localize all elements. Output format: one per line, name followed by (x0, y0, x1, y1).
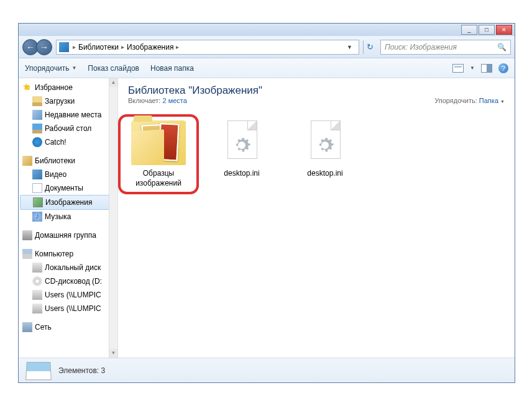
includes-link[interactable]: 2 места (162, 97, 186, 104)
slideshow-button[interactable]: Показ слайдов (88, 64, 139, 73)
video-icon (32, 169, 42, 179)
sidebar-item-desktop[interactable]: Рабочий стол (19, 122, 117, 135)
help-button[interactable]: ? (498, 63, 508, 73)
forward-button[interactable]: → (36, 39, 52, 55)
search-placeholder: Поиск: Изображения (385, 43, 457, 52)
status-bar: Элементов: 3 (19, 358, 515, 382)
library-icon (59, 42, 69, 52)
arrange-label: Упорядочить: (434, 97, 477, 104)
page-title: Библиотека "Изображения" (128, 84, 262, 97)
item-label: desktop.ini (224, 169, 259, 179)
catch-icon (32, 137, 42, 147)
organize-menu[interactable]: Упорядочить▼ (25, 64, 76, 73)
desktop-icon (32, 124, 42, 133)
toolbar: Упорядочить▼ Показ слайдов Новая папка ▼… (19, 58, 515, 78)
document-icon (32, 183, 42, 193)
breadcrumb-sep[interactable]: ▸ (70, 43, 78, 50)
includes-label: Включает: (128, 97, 160, 104)
navbar: ← → ▸ Библиотеки ▸ Изображения ▸ ▼ ↻ Пои… (19, 36, 515, 58)
folder-icon (131, 120, 186, 165)
computer-icon (22, 249, 32, 259)
maximize-button[interactable]: □ (479, 25, 495, 35)
sidebar-item-music[interactable]: Музыка (19, 210, 117, 223)
item-label: Образцы изображений (124, 169, 193, 188)
sidebar-item-netdrive2[interactable]: Users (\\LUMPIC (19, 302, 117, 315)
star-icon (22, 83, 32, 92)
arrange-dropdown[interactable]: Папка ▼ (479, 97, 505, 104)
breadcrumb-libraries[interactable]: Библиотеки (78, 43, 119, 52)
explorer-window: _ □ ✕ ← → ▸ Библиотеки ▸ Изображения ▸ ▼… (18, 23, 515, 383)
homegroup-icon (22, 230, 32, 240)
view-dropdown-icon[interactable]: ▼ (470, 65, 475, 71)
search-icon: 🔍 (497, 43, 507, 52)
status-thumb-icon (25, 361, 52, 379)
file-desktop-ini-2[interactable]: desktop.ini (291, 120, 359, 179)
sidebar-computer[interactable]: Компьютер (19, 247, 117, 261)
sidebar-item-documents[interactable]: Документы (19, 181, 117, 195)
disk-icon (32, 263, 42, 273)
sidebar-libraries[interactable]: Библиотеки (19, 154, 117, 168)
file-list-pane: Библиотека "Изображения" Включает: 2 мес… (118, 78, 515, 358)
library-icon (22, 156, 32, 166)
preview-pane-button[interactable] (481, 64, 492, 73)
sidebar-item-downloads[interactable]: Загрузки (19, 94, 117, 108)
file-desktop-ini-1[interactable]: desktop.ini (208, 120, 276, 179)
sidebar-scrollbar[interactable] (109, 78, 117, 358)
address-bar[interactable]: ▸ Библиотеки ▸ Изображения ▸ ▼ (56, 40, 359, 55)
netdrive-icon (32, 290, 42, 300)
breadcrumb-sep[interactable]: ▸ (173, 43, 181, 50)
cd-icon (32, 276, 42, 286)
close-button[interactable]: ✕ (496, 25, 512, 35)
library-header: Библиотека "Изображения" Включает: 2 мес… (118, 78, 515, 108)
breadcrumb-images[interactable]: Изображения (127, 43, 173, 52)
sidebar-item-localdisk[interactable]: Локальный диск (19, 261, 117, 274)
pictures-icon (33, 197, 43, 207)
folder-sample-pictures[interactable]: Образцы изображений (124, 120, 193, 188)
sidebar-favorites[interactable]: Избранное (19, 81, 117, 94)
recent-icon (32, 110, 42, 120)
file-items: Образцы изображений desktop.ini (118, 108, 515, 201)
sidebar-item-video[interactable]: Видео (19, 168, 117, 181)
sidebar-homegroup[interactable]: Домашняя группа (19, 228, 117, 242)
item-label: desktop.ini (307, 169, 342, 179)
sidebar-item-recent[interactable]: Недавние места (19, 108, 117, 122)
ini-file-icon (220, 120, 264, 165)
sidebar-item-catch[interactable]: Catch! (19, 135, 117, 149)
navigation-pane: Избранное Загрузки Недавние места Рабочи… (19, 78, 118, 358)
titlebar[interactable]: _ □ ✕ (19, 24, 515, 36)
view-options-button[interactable] (452, 64, 464, 73)
minimize-button[interactable]: _ (461, 25, 477, 35)
sidebar-item-cddrive[interactable]: CD-дисковод (D: (19, 274, 117, 288)
sidebar-item-netdrive1[interactable]: Users (\\LUMPIC (19, 288, 117, 302)
gear-icon (231, 134, 253, 156)
downloads-icon (32, 96, 42, 106)
gear-icon (314, 134, 336, 156)
address-dropdown[interactable]: ▼ (343, 44, 356, 50)
search-input[interactable]: Поиск: Изображения 🔍 (380, 40, 511, 55)
breadcrumb-sep[interactable]: ▸ (119, 43, 127, 50)
network-icon (22, 322, 32, 332)
ini-file-icon (303, 120, 347, 165)
music-icon (32, 212, 42, 222)
newfolder-button[interactable]: Новая папка (150, 64, 194, 73)
sidebar-item-images[interactable]: Изображения (20, 195, 116, 210)
refresh-button[interactable]: ↻ (363, 40, 377, 54)
netdrive-icon (32, 304, 42, 314)
sidebar-network[interactable]: Сеть (19, 320, 117, 334)
status-count: Элементов: 3 (58, 366, 105, 375)
